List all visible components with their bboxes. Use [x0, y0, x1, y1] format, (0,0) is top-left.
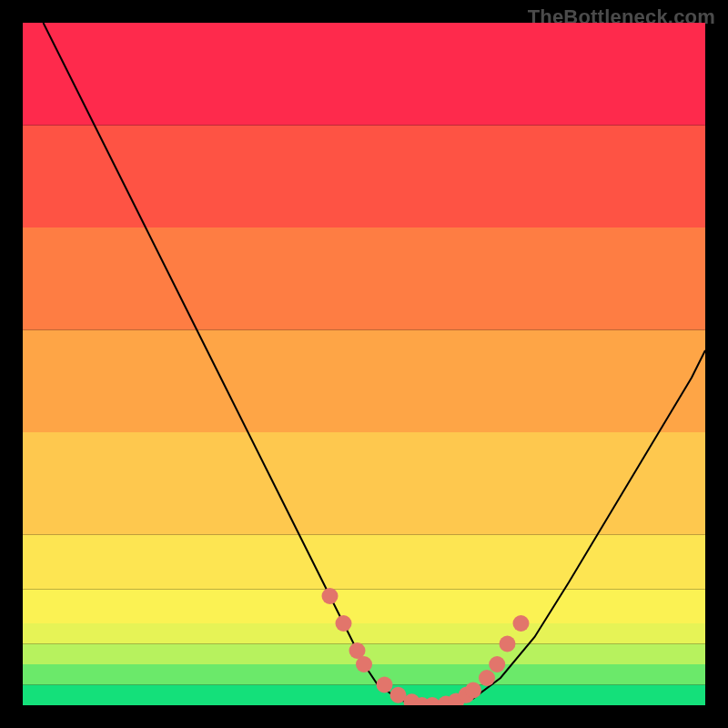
- svg-point-14: [356, 656, 372, 672]
- svg-point-26: [500, 636, 516, 652]
- svg-point-23: [465, 682, 481, 699]
- curve-overlay: [23, 23, 705, 705]
- svg-point-25: [489, 656, 505, 672]
- svg-point-24: [479, 670, 495, 686]
- svg-point-27: [513, 615, 530, 632]
- marker-dots: [322, 588, 530, 705]
- svg-point-15: [377, 677, 393, 693]
- svg-point-11: [322, 588, 339, 604]
- svg-point-12: [336, 615, 352, 632]
- plot-area: [23, 23, 705, 705]
- chart-stage: TheBottleneck.com: [0, 0, 728, 728]
- bottleneck-curve: [44, 23, 706, 705]
